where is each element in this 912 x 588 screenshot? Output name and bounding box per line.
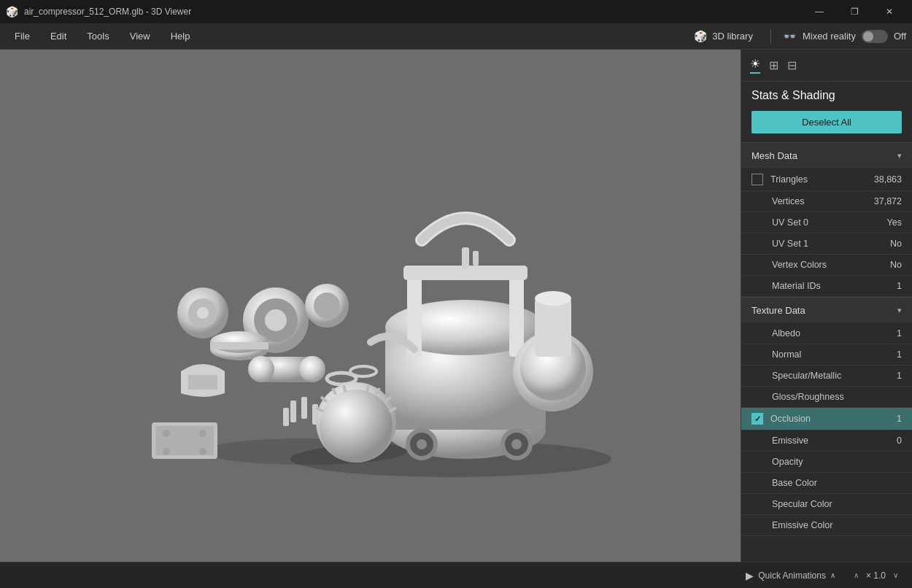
occlusion-checkbox[interactable]	[751, 413, 763, 425]
normal-label: Normal	[772, 349, 801, 360]
menu-help[interactable]: Help	[162, 28, 199, 45]
right-panel: ☀ ⊞ ⊟ Stats & Shading Deselect All Mesh …	[741, 50, 912, 562]
albedo-value: 1	[897, 328, 902, 339]
material-ids-value: 1	[897, 281, 902, 291]
table-row: Vertices 37,872	[741, 191, 912, 212]
table-row: Normal 1	[741, 344, 912, 365]
svg-point-30	[299, 356, 325, 382]
quick-animations-label: Quick Animations	[758, 570, 826, 581]
svg-rect-31	[290, 401, 296, 422]
svg-rect-27	[210, 342, 268, 349]
vertices-label: Vertices	[772, 196, 804, 206]
deselect-all-button[interactable]: Deselect All	[751, 111, 902, 134]
svg-point-47	[163, 448, 170, 455]
mixed-reality-label: Mixed reality	[803, 31, 856, 42]
menubar-right: 🎲 3D library 👓 Mixed reality Off	[688, 27, 906, 46]
table-row: Emissive 0	[741, 430, 912, 452]
emissive-value: 0	[897, 436, 902, 446]
mesh-data-section-header[interactable]: Mesh Data ▾	[741, 142, 912, 169]
svg-rect-18	[462, 247, 469, 269]
svg-point-45	[163, 430, 170, 437]
specular-color-label: Specular Color	[772, 499, 832, 509]
library-icon: 🎲	[694, 30, 708, 43]
zoom-value: × 1.0	[866, 570, 886, 581]
triangles-label: Triangles	[770, 174, 808, 185]
table-row: Gloss/Roughness	[741, 387, 912, 408]
table-row: Material IDs 1	[741, 276, 912, 297]
specular-metallic-value: 1	[897, 371, 902, 381]
quick-animations-icon: ▶	[746, 570, 754, 581]
occlusion-label: Occlusion	[770, 414, 811, 424]
mixed-reality-icon: 👓	[783, 30, 797, 43]
svg-point-11	[535, 291, 571, 306]
svg-point-46	[199, 430, 206, 437]
menu-file[interactable]: File	[6, 28, 39, 45]
zoom-down-button[interactable]: ∨	[889, 569, 902, 582]
vertex-colors-value: No	[890, 260, 902, 270]
panel-toolbar: ☀ ⊞ ⊟	[741, 50, 912, 82]
bottombar: ▶ Quick Animations ∧ ∧ × 1.0 ∨	[0, 562, 912, 588]
texture-data-section-header[interactable]: Texture Data ▾	[741, 297, 912, 323]
svg-point-48	[199, 448, 206, 455]
table-row: Triangles 38,863	[741, 169, 912, 191]
svg-rect-35	[283, 408, 289, 426]
svg-rect-19	[473, 251, 479, 266]
sun-icon[interactable]: ☀	[750, 57, 760, 74]
main: ☀ ⊞ ⊟ Stats & Shading Deselect All Mesh …	[0, 50, 912, 562]
table-icon[interactable]: ⊟	[787, 58, 797, 72]
texture-data-chevron: ▾	[897, 306, 902, 315]
mixed-reality-toggle[interactable]	[862, 30, 888, 43]
albedo-label: Albedo	[772, 328, 800, 339]
uvset0-value: Yes	[887, 217, 902, 228]
titlebar-left: 🎲 air_compressor_512_ORM.glb - 3D Viewer	[6, 6, 191, 18]
zoom-up-button[interactable]: ∧	[850, 569, 863, 582]
gloss-roughness-label: Gloss/Roughness	[772, 392, 844, 402]
vertices-value: 37,872	[874, 196, 902, 206]
titlebar: 🎲 air_compressor_512_ORM.glb - 3D Viewer…	[0, 0, 912, 23]
uvset1-value: No	[890, 239, 902, 249]
vertex-colors-label: Vertex Colors	[772, 260, 827, 270]
table-row: Albedo 1	[741, 323, 912, 344]
viewport[interactable]	[0, 50, 741, 562]
table-row: Base Color	[741, 473, 912, 494]
toggle-off-label: Off	[894, 31, 906, 42]
svg-point-24	[314, 293, 340, 319]
menu-tools[interactable]: Tools	[78, 28, 117, 45]
svg-rect-32	[301, 397, 307, 419]
menu-edit[interactable]: Edit	[42, 28, 75, 45]
svg-point-14	[417, 439, 427, 449]
window-title: air_compressor_512_ORM.glb - 3D Viewer	[24, 7, 191, 17]
normal-value: 1	[897, 349, 902, 360]
specular-metallic-label: Specular/Metallic	[772, 371, 841, 381]
library-label: 3D library	[712, 31, 753, 42]
menubar: File Edit Tools View Help 🎲 3D library 👓…	[0, 23, 912, 50]
grid-icon[interactable]: ⊞	[769, 58, 778, 72]
table-row: Specular Color	[741, 494, 912, 515]
triangles-checkbox-wrap: Triangles	[751, 174, 808, 185]
table-row: Specular/Metallic 1	[741, 365, 912, 387]
triangles-value: 38,863	[874, 174, 902, 185]
triangles-checkbox[interactable]	[751, 174, 763, 185]
model-svg	[86, 123, 655, 488]
table-row: UV Set 0 Yes	[741, 212, 912, 233]
quick-animations-section[interactable]: ▶ Quick Animations ∧	[746, 570, 835, 581]
zoom-section: ∧ × 1.0 ∨	[850, 569, 902, 582]
occlusion-value: 1	[897, 414, 902, 424]
menu-view[interactable]: View	[121, 28, 159, 45]
restore-button[interactable]: ❐	[838, 0, 871, 23]
minimize-button[interactable]: —	[803, 0, 836, 23]
uvset0-label: UV Set 0	[772, 217, 808, 228]
svg-point-22	[265, 309, 287, 331]
library-button[interactable]: 🎲 3D library	[688, 27, 759, 46]
table-row: UV Set 1 No	[741, 233, 912, 255]
menubar-separator	[770, 29, 771, 44]
mesh-data-chevron: ▾	[897, 151, 902, 160]
svg-rect-10	[535, 298, 571, 357]
3d-model-container	[86, 123, 655, 488]
texture-data-label: Texture Data	[751, 305, 805, 316]
close-button[interactable]: ✕	[873, 0, 906, 23]
table-row: Emissive Color	[741, 515, 912, 536]
uvset1-label: UV Set 1	[772, 239, 808, 249]
svg-point-38	[197, 307, 209, 319]
menubar-left: File Edit Tools View Help	[6, 28, 198, 45]
